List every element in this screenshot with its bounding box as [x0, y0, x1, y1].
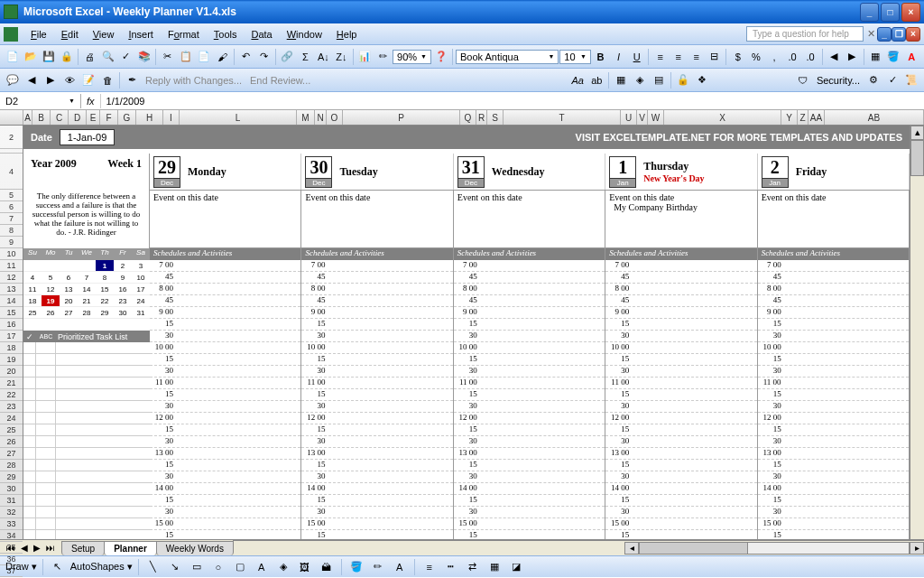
ink-button[interactable]: ✒	[123, 71, 141, 89]
row-22[interactable]: 22	[0, 389, 23, 401]
row-11[interactable]: 11	[0, 260, 23, 272]
merge-button[interactable]: ⊟	[706, 48, 723, 66]
row-32[interactable]: 32	[0, 507, 23, 518]
cut-button[interactable]: ✂	[159, 48, 176, 66]
prev-comment-button[interactable]: ◀	[23, 71, 41, 89]
col-b[interactable]: B	[32, 110, 51, 125]
dec-decimal-button[interactable]: .0	[802, 48, 819, 66]
event-col-1[interactable]: Event on this date	[301, 190, 453, 248]
row-9[interactable]: 9	[0, 237, 23, 248]
col-o[interactable]: O	[327, 110, 343, 125]
arrow-button[interactable]: ↘	[166, 558, 184, 576]
row-23[interactable]: 23	[0, 401, 23, 413]
arrowstyle-button[interactable]: ⇄	[464, 558, 482, 576]
help-search[interactable]: Type a question for help	[746, 26, 864, 42]
task-row[interactable]	[23, 354, 150, 366]
zoom-combo[interactable]: 90%▼	[393, 50, 431, 64]
row-31[interactable]: 31	[0, 495, 23, 507]
row-8[interactable]: 8	[0, 225, 23, 237]
task-row[interactable]	[23, 471, 150, 483]
tb-icon-2[interactable]: ◈	[631, 71, 649, 89]
mini-calendar[interactable]: 1234567891011121314151617181920212223242…	[23, 260, 150, 319]
select-objects-button[interactable]: ↖	[49, 558, 67, 576]
tab-last[interactable]: ⏭	[43, 543, 58, 553]
dec-indent-button[interactable]: ◀	[826, 48, 843, 66]
permission-button[interactable]: 🔒	[58, 48, 75, 66]
minimize-button[interactable]: _	[860, 3, 879, 22]
research-button[interactable]: 📚	[135, 48, 152, 66]
align-right-button[interactable]: ≡	[688, 48, 705, 66]
fontsize-combo[interactable]: 10▼	[559, 50, 591, 64]
formula-value[interactable]: 1/1/2009	[101, 94, 151, 108]
col-g[interactable]: G	[118, 110, 136, 125]
event-col-3[interactable]: Event on this date My Company Birthday	[605, 190, 757, 248]
event-col-2[interactable]: Event on this date	[454, 190, 605, 248]
fill-button[interactable]: 🪣	[347, 558, 365, 576]
row-18[interactable]: 18	[0, 342, 23, 354]
col-i[interactable]: I	[163, 110, 180, 125]
vba-icon[interactable]: 📜	[902, 71, 920, 89]
line-button[interactable]: ╲	[144, 558, 162, 576]
close-button[interactable]: ×	[901, 3, 920, 22]
tab-setup[interactable]: Setup	[61, 541, 105, 555]
menu-data[interactable]: Data	[244, 26, 279, 42]
task-row[interactable]	[23, 342, 150, 354]
wordart-button[interactable]: A	[253, 558, 271, 576]
redo-button[interactable]: ↷	[255, 48, 273, 66]
autosum-button[interactable]: Σ	[297, 48, 314, 66]
date-value[interactable]: 1-Jan-09	[60, 129, 115, 145]
col-e[interactable]: E	[87, 110, 100, 125]
task-row[interactable]	[23, 518, 150, 530]
italic-button[interactable]: I	[610, 48, 627, 66]
tab-next[interactable]: ▶	[31, 543, 43, 553]
select-all-corner[interactable]	[0, 110, 23, 125]
task-row[interactable]	[23, 507, 150, 518]
inc-indent-button[interactable]: ▶	[844, 48, 861, 66]
row-14[interactable]: 14	[0, 295, 23, 307]
col-z[interactable]: Z	[798, 110, 808, 125]
row-12[interactable]: 12	[0, 272, 23, 284]
aa-button[interactable]: Aa	[568, 71, 587, 89]
3d-button[interactable]: ◪	[507, 558, 525, 576]
row-28[interactable]: 28	[0, 460, 23, 471]
next-comment-button[interactable]: ▶	[42, 71, 60, 89]
row-15[interactable]: 15	[0, 307, 23, 319]
sort-asc-button[interactable]: A↓	[315, 48, 332, 66]
row-10[interactable]: 10	[0, 248, 23, 260]
tb-icon-1[interactable]: ▦	[612, 71, 630, 89]
open-button[interactable]: 📂	[22, 48, 39, 66]
schedule-grid[interactable]: 7 00458 00459 00153010 00153011 00153012…	[150, 260, 910, 539]
menu-file[interactable]: File	[23, 26, 54, 42]
new-button[interactable]: 📄	[4, 48, 21, 66]
row-2[interactable]: 2	[0, 126, 23, 149]
task-row[interactable]	[23, 378, 150, 389]
task-row[interactable]	[23, 401, 150, 413]
row-5[interactable]: 5	[0, 190, 23, 201]
row-21[interactable]: 21	[0, 378, 23, 389]
new-comment-button[interactable]: 💬	[4, 71, 22, 89]
row-25[interactable]: 25	[0, 424, 23, 436]
row-24[interactable]: 24	[0, 413, 23, 424]
name-box[interactable]: D2▼	[0, 94, 81, 108]
drawing-button[interactable]: ✏	[374, 48, 392, 66]
inc-decimal-button[interactable]: .0	[784, 48, 801, 66]
currency-button[interactable]: $	[729, 48, 746, 66]
maximize-button[interactable]: □	[881, 3, 900, 22]
rectangle-button[interactable]: ▭	[188, 558, 206, 576]
chart-button[interactable]: 📊	[356, 48, 374, 66]
bold-button[interactable]: B	[592, 48, 609, 66]
menu-close-x[interactable]: ✕	[867, 28, 875, 40]
sig-icon[interactable]: ✓	[883, 71, 901, 89]
security-icon[interactable]: 🛡	[794, 71, 812, 89]
picture-button[interactable]: 🏔	[318, 558, 336, 576]
tb-icon-3[interactable]: ▤	[650, 71, 668, 89]
print-button[interactable]: 🖨	[81, 48, 98, 66]
underline-button[interactable]: U	[628, 48, 645, 66]
row-4[interactable]: 4	[0, 154, 23, 190]
dashstyle-button[interactable]: ┅	[442, 558, 460, 576]
textbox-button[interactable]: ▢	[231, 558, 249, 576]
doc-minimize[interactable]: _	[877, 27, 892, 42]
align-center-button[interactable]: ≡	[670, 48, 687, 66]
font-color-button[interactable]: A	[903, 48, 920, 66]
comma-button[interactable]: ,	[765, 48, 782, 66]
